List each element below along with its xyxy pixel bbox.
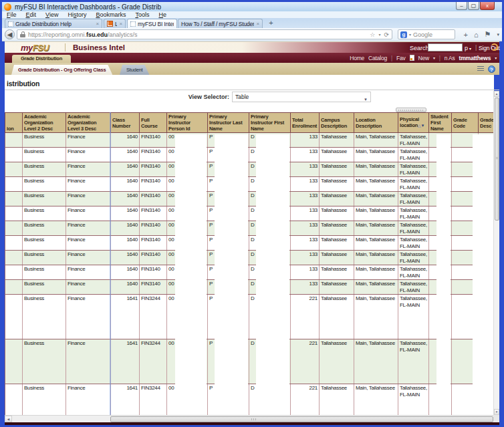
tab-close-icon[interactable]: × xyxy=(117,21,122,27)
bookmarks-icon[interactable]: ⚑ xyxy=(485,30,491,39)
cell-class-number: 1640 xyxy=(111,280,140,295)
cell-org-l3: Finance xyxy=(66,162,111,177)
vertical-scrollbar[interactable]: ▲ ▼ xyxy=(493,91,499,415)
column-header-class-number[interactable]: Class Number xyxy=(111,113,140,133)
menu-item-he[interactable]: He xyxy=(154,11,171,18)
column-header-full-course[interactable]: Full Course xyxy=(140,113,167,133)
cell-full-course: FIN3140 xyxy=(140,265,167,280)
cell-class-number: 1640 xyxy=(111,265,140,280)
back-button[interactable]: ◀ xyxy=(5,29,15,39)
cell-enrollment: 221 xyxy=(291,295,320,339)
column-header-total-enrollment[interactable]: Total Enrollment xyxy=(291,113,320,133)
column-header-ion[interactable]: ion xyxy=(5,113,23,133)
cell--blank xyxy=(5,251,23,265)
cell-enrollment: 133 xyxy=(291,221,320,236)
browser-tab-3[interactable]: How To / Staff / myFSU Student Cent...× xyxy=(178,19,263,28)
tab-close-icon[interactable]: × xyxy=(94,21,99,27)
home-icon[interactable]: ⌂ xyxy=(474,31,479,39)
menu-item-edit[interactable]: Edit xyxy=(21,11,41,18)
url-dropdown-icon[interactable]: ▾ xyxy=(378,32,380,37)
column-header-grade-code[interactable]: Grade Code xyxy=(452,113,479,133)
tab-close-icon[interactable]: × xyxy=(254,21,259,27)
scroll-down-icon[interactable]: ▼ xyxy=(494,409,499,415)
cell-location: Main, Tallahassee xyxy=(354,236,398,251)
cell-org-l2: Business xyxy=(23,339,66,384)
subtab-student[interactable]: Student xyxy=(120,65,149,75)
title-bar[interactable]: myFSU BI Interactive Dashboards - Grade … xyxy=(2,2,502,11)
maximize-button[interactable]: ▢ xyxy=(468,2,479,10)
url-path: /analytics/s xyxy=(108,31,138,38)
cell-campus: Tallahassee xyxy=(320,177,354,192)
close-button[interactable]: x xyxy=(480,2,495,10)
table-row: BusinessFinance1640FIN314000PD133Tallaha… xyxy=(5,265,496,280)
browser-tab-0[interactable]: Grade Distribution Help× xyxy=(5,19,102,28)
menu-item-file[interactable]: File xyxy=(2,11,21,18)
column-header-academic-organization-level-2-desc[interactable]: Academic Organization Level 2 Desc xyxy=(23,113,66,133)
cell-org-l3: Finance xyxy=(66,133,111,148)
horizontal-scrollbar[interactable]: ◀ xyxy=(5,415,495,422)
cell-enrollment: 133 xyxy=(291,280,320,295)
help-menu[interactable]: p xyxy=(465,45,468,51)
subtab-org-offering-class[interactable]: Grade Distribution - Org Offering Class xyxy=(11,65,112,75)
browser-tab-1[interactable]: L× xyxy=(104,19,126,28)
browser-tab-2[interactable]: myFSU BI Interactiv xyxy=(127,19,177,28)
menu-item-view[interactable]: View xyxy=(41,11,63,18)
cell-enrollment: 133 xyxy=(291,236,320,251)
portal-search-input[interactable] xyxy=(428,43,463,51)
menu-bar: FileEditViewHistoryBookmarksToolsHe xyxy=(2,11,502,18)
page-options-icon[interactable] xyxy=(477,66,484,72)
menu-item-bookmarks[interactable]: Bookmarks xyxy=(91,11,130,18)
column-header-primary-instructor-last-name[interactable]: Primary Instructor Last Name xyxy=(208,113,249,133)
browser-window: myFSU BI Interactive Dashboards - Grade … xyxy=(0,0,504,427)
column-header-physical-location[interactable]: Physical location△▼ xyxy=(398,113,429,133)
firefox-icon xyxy=(4,3,11,11)
table-row: BusinessFinance1640FIN314000PD133Tallaha… xyxy=(5,133,496,148)
cell-org-l3: Finance xyxy=(66,206,111,221)
results-table-wrap: ionAcademic Organization Level 2 DescAca… xyxy=(5,112,495,415)
table-row: BusinessFinance1641FIN324400PD221Tallaha… xyxy=(5,384,496,416)
redaction-overlay xyxy=(436,134,451,415)
dashboard-tab[interactable]: Grade Distribution xyxy=(12,55,71,63)
bookmark-star-icon[interactable]: ☆ xyxy=(370,31,375,38)
url-bar[interactable]: https://reporting.omni. fsu.edu /analyti… xyxy=(17,29,392,39)
favorites-link[interactable]: Fav xyxy=(396,55,406,61)
reload-icon[interactable]: ⟳ xyxy=(384,31,389,38)
scroll-left-icon[interactable]: ◀ xyxy=(5,416,12,422)
search-engine-dropdown-icon[interactable]: ▾ xyxy=(409,32,411,37)
menu-item-history[interactable]: History xyxy=(63,11,91,18)
home-link[interactable]: Home xyxy=(350,55,364,61)
minimize-button[interactable]: – xyxy=(456,2,467,10)
new-menu[interactable]: New xyxy=(418,55,429,61)
chevron-down-icon[interactable]: ▾ xyxy=(497,32,499,37)
cell-campus: Tallahassee xyxy=(320,221,354,236)
new-tab-button[interactable]: + xyxy=(266,19,276,27)
column-header-student-first-name[interactable]: Student First Name xyxy=(429,113,452,133)
column-header-primary-instructor-first-name[interactable]: Primary Instructor First Name xyxy=(249,113,291,133)
redaction-overlay xyxy=(256,134,289,415)
scroll-up-icon[interactable]: ▲ xyxy=(494,91,499,97)
cell-location: Main, Tallahassee xyxy=(354,221,398,236)
help-icon[interactable]: ? xyxy=(488,65,495,73)
cell-enrollment: 133 xyxy=(291,148,320,162)
menu-item-tools[interactable]: Tools xyxy=(130,11,154,18)
vertical-scrollbar-thumb[interactable] xyxy=(495,98,499,221)
column-header-primary-instructor-person-id[interactable]: Primary Instructor Person Id xyxy=(167,113,208,133)
column-header-academic-organization-level-3-desc[interactable]: Academic Organization Level 3 Desc xyxy=(66,113,111,133)
search-bar[interactable]: g ▾ Google xyxy=(398,29,455,39)
user-menu[interactable]: tmmatthews xyxy=(459,55,491,61)
plus-icon[interactable]: + xyxy=(464,31,468,39)
cell-location: Main, Tallahassee xyxy=(354,339,398,384)
cell-location: Main, Tallahassee xyxy=(354,162,398,177)
cell--blank xyxy=(5,236,23,251)
cell-full-course: FIN3244 xyxy=(140,384,167,416)
column-header-location-description[interactable]: Location Description xyxy=(354,113,398,133)
column-resize-handle[interactable] xyxy=(396,108,426,112)
myfsu-logo: myFSU xyxy=(21,43,49,53)
sort-descending-icon[interactable]: ▼ xyxy=(421,124,425,128)
catalog-link[interactable]: Catalog xyxy=(368,55,387,61)
column-header-campus-description[interactable]: Campus Description xyxy=(320,113,354,133)
view-selector-dropdown[interactable]: Table ▼ xyxy=(232,92,371,102)
horizontal-scrollbar-thumb[interactable] xyxy=(110,416,493,422)
cell-location: Main, Tallahassee xyxy=(354,384,398,416)
cell-org-l3: Finance xyxy=(66,339,111,384)
